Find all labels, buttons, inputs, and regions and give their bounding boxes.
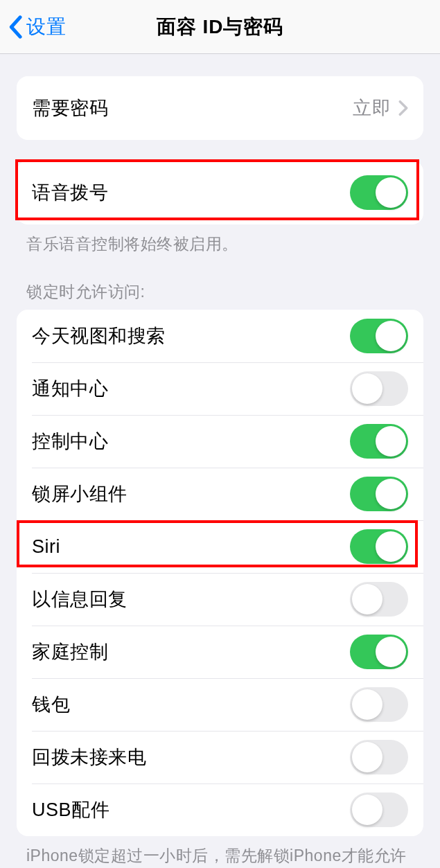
row-lock-item: 通知中心 [17,362,423,415]
row-label: 控制中心 [32,429,108,454]
chevron-right-icon [398,100,408,116]
row-lock-item: 以信息回复 [17,573,423,626]
row-label: 今天视图和搜索 [32,324,166,348]
footer-usb: iPhone锁定超过一小时后，需先解锁iPhone才能允许USB配件连接。 [0,836,440,868]
row-label: 家庭控制 [32,639,108,664]
toggle-voice-dial[interactable] [350,175,408,210]
toggle-knob [376,321,406,351]
toggle-lock-item[interactable] [350,635,408,669]
toggle-knob [376,637,406,667]
row-label: 钱包 [32,692,70,717]
row-label: Siri [32,536,60,558]
page-title: 面容 ID与密码 [157,14,284,40]
row-lock-item: 家庭控制 [17,626,423,678]
toggle-knob [352,795,382,825]
toggle-knob [352,584,382,614]
toggle-lock-item[interactable] [350,319,408,353]
row-value: 立即 [353,96,391,121]
row-label: 需要密码 [32,96,108,121]
row-lock-item: USB配件 [17,783,423,836]
group-voice-dial: 语音拨号 [17,161,423,224]
row-lock-item: 钱包 [17,678,423,731]
row-label: USB配件 [32,797,109,822]
toggle-knob [376,479,406,509]
toggle-knob [376,426,406,457]
toggle-knob [376,177,406,208]
toggle-lock-item[interactable] [350,792,408,827]
toggle-knob [352,742,382,772]
row-require-passcode[interactable]: 需要密码 立即 [17,76,423,140]
toggle-lock-item[interactable] [350,477,408,511]
toggle-lock-item[interactable] [350,740,408,774]
row-lock-item: 锁屏小组件 [17,468,423,520]
row-lock-item: 控制中心 [17,415,423,468]
row-label: 以信息回复 [32,587,127,612]
toggle-knob [352,689,382,720]
row-lock-item: 今天视图和搜索 [17,310,423,362]
toggle-lock-item[interactable] [350,687,408,722]
toggle-knob [376,531,406,562]
footer-voice-dial: 音乐语音控制将始终被启用。 [0,224,440,255]
group-require-passcode: 需要密码 立即 [17,76,423,140]
toggle-lock-item[interactable] [350,582,408,617]
row-label: 通知中心 [32,376,108,401]
group-lock-access: 今天视图和搜索通知中心控制中心锁屏小组件Siri以信息回复家庭控制钱包回拨未接来… [17,310,423,836]
row-label: 回拨未接来电 [32,745,146,770]
toggle-lock-item[interactable] [350,371,408,406]
toggle-lock-item[interactable] [350,424,408,459]
toggle-knob [352,373,382,404]
navbar: 设置 面容 ID与密码 [0,0,440,54]
row-voice-dial: 语音拨号 [17,161,423,224]
toggle-lock-item[interactable] [350,529,408,564]
row-lock-item: 回拨未接来电 [17,731,423,783]
back-label: 设置 [26,14,67,40]
row-lock-item: Siri [17,520,423,573]
row-label: 锁屏小组件 [32,481,127,506]
back-button[interactable]: 设置 [0,14,67,40]
chevron-left-icon [8,15,22,39]
row-label: 语音拨号 [32,180,108,205]
header-lock-access: 锁定时允许访问: [0,281,440,310]
